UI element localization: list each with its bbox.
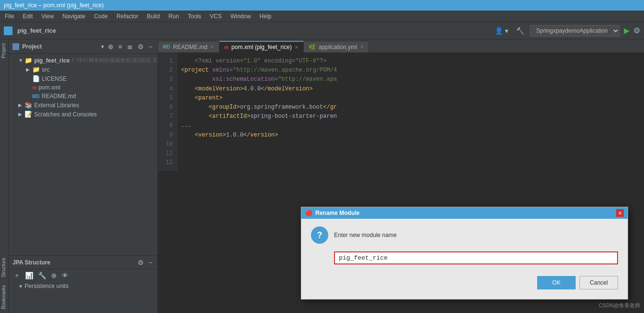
watermark: CSDN@鱼香老师: [599, 302, 640, 309]
bottom-panel-header: JPA Structure ⚙ −: [9, 256, 157, 269]
menu-bar: File Edit View Navigate Code Refactor Bu…: [0, 11, 644, 22]
menu-navigate[interactable]: Navigate: [60, 12, 88, 21]
jpa-settings-button[interactable]: ⚙: [137, 259, 145, 266]
sidebar-labels: Project Structure Bookmarks: [0, 39, 9, 313]
menu-code[interactable]: Code: [91, 12, 111, 21]
jpa-tool-button[interactable]: 🔧: [37, 272, 47, 279]
tab-pom[interactable]: m pom.xml (pig_feet_rice) ✕: [219, 41, 304, 52]
project-panel-header: Project ▾ ⊕ ≡ ≣ ⚙ −: [9, 39, 157, 54]
code-line-5: <parent>: [181, 94, 640, 103]
menu-window[interactable]: Window: [228, 12, 254, 21]
menu-edit[interactable]: Edit: [20, 12, 36, 21]
folder-icon-src: 📁: [32, 66, 40, 73]
menu-refactor[interactable]: Refactor: [114, 12, 141, 21]
tree-path-root: F:\学灯网录制的视频教程\第2阶段 实战课程\03: [72, 57, 157, 64]
project-panel-title: Project: [22, 43, 98, 50]
bottom-panel-toolbar: ＋ 📊 🔧 ⊕ 👁: [9, 269, 157, 282]
jpa-chart-button[interactable]: 📊: [24, 272, 34, 279]
tab-readme[interactable]: MD README.md ✕: [158, 41, 219, 52]
run-button[interactable]: ▶: [624, 26, 630, 35]
menu-build[interactable]: Build: [144, 12, 163, 21]
tab-readme-close[interactable]: ✕: [210, 44, 214, 50]
build-button[interactable]: 🔨: [514, 26, 526, 36]
tree-item-license[interactable]: ▶ 📄 LICENSE: [9, 74, 157, 83]
panel-hide-button[interactable]: −: [148, 43, 154, 50]
tab-yml[interactable]: 🌿 application.yml ✕: [304, 41, 369, 52]
tree-item-src[interactable]: ▶ 📁 src: [9, 65, 157, 74]
code-line-12: <version>1.0.0</version>: [181, 131, 640, 140]
code-line-7: <artifactId>spring-boot-starter-paren: [181, 112, 640, 121]
tree-arrow-ext-libs: ▶: [18, 102, 23, 108]
toolbar: pig_feet_rice 👤 ▾ 🔨 SpringxpaydemoApplic…: [0, 22, 644, 39]
code-line-4: <modelVersion>4.0.0</modelVersion>: [181, 85, 640, 94]
tree-arrow-scratches: ▶: [18, 112, 23, 117]
tab-pom-close[interactable]: ✕: [295, 45, 298, 50]
rename-dialog-titlebar: 🔴 Rename Module ✕: [301, 207, 628, 219]
tab-readme-label: README.md: [173, 44, 207, 50]
menu-run[interactable]: Run: [166, 12, 182, 21]
rename-module-input[interactable]: [334, 251, 618, 264]
rename-dialog-body: ? Enter new module name OK Cancel: [301, 219, 628, 299]
tree-item-external-libs[interactable]: ▶ 📚 External Libraries: [9, 100, 157, 110]
rename-dialog-title: Rename Module: [315, 210, 613, 216]
expand-all-button[interactable]: ≣: [126, 43, 134, 50]
menu-file[interactable]: File: [2, 12, 17, 21]
tree-label-license: LICENSE: [42, 75, 66, 82]
tree-item-root[interactable]: ▼ 📁 pig_feet_rice F:\学灯网录制的视频教程\第2阶段 实战课…: [9, 56, 157, 65]
menu-view[interactable]: View: [39, 12, 57, 21]
panel-settings-button[interactable]: ⚙: [137, 43, 145, 50]
rename-dialog-question-row: ? Enter new module name: [311, 226, 618, 244]
jpa-target-button[interactable]: ⊕: [50, 272, 58, 279]
code-line-8: ...: [181, 121, 640, 130]
tab-yml-icon: 🌿: [309, 44, 316, 50]
menu-help[interactable]: Help: [257, 12, 274, 21]
project-tree: ▼ 📁 pig_feet_rice F:\学灯网录制的视频教程\第2阶段 实战课…: [9, 54, 157, 255]
folder-icon-root: 📁: [25, 57, 32, 64]
tree-item-pom[interactable]: ▶ m pom.xml: [9, 83, 157, 92]
project-panel-icon: [13, 43, 19, 50]
run-config-select[interactable]: SpringxpaydemoApplication: [530, 25, 620, 37]
tree-item-scratches[interactable]: ▶ 📝 Scratches and Consoles: [9, 110, 157, 119]
rename-cancel-button[interactable]: Cancel: [580, 276, 618, 289]
rename-dialog-app-icon: 🔴: [305, 210, 312, 216]
rename-ok-button[interactable]: OK: [537, 276, 576, 289]
tree-label-readme: README.md: [42, 93, 76, 100]
user-button[interactable]: 👤 ▾: [493, 26, 510, 36]
jpa-eye-button[interactable]: 👁: [61, 272, 69, 279]
menu-tools[interactable]: Tools: [185, 12, 204, 21]
rename-question-icon: ?: [311, 226, 328, 244]
tab-yml-close[interactable]: ✕: [360, 44, 364, 50]
tree-item-readme[interactable]: ▶ MD README.md: [9, 92, 157, 100]
tree-arrow-root: ▼: [18, 58, 23, 63]
sidebar-label-structure[interactable]: Structure: [0, 254, 8, 281]
sidebar-label-project[interactable]: Project: [0, 39, 8, 62]
code-line-1: <?xml version="1.0" encoding="UTF-8"?>: [181, 57, 640, 66]
title-bar: pig_feet_rice – pom.xml (pig_feet_rice): [0, 0, 644, 11]
tree-label-src: src: [42, 66, 50, 73]
tab-pom-label: pom.xml (pig_feet_rice): [232, 44, 292, 50]
code-line-6: <groupId>org.springframework.boot</gr: [181, 103, 640, 112]
settings-button[interactable]: ⚙: [633, 26, 640, 35]
tab-yml-label: application.yml: [319, 44, 357, 50]
file-icon-license: 📄: [32, 75, 40, 82]
code-line-3: xsi:schemaLocation="http://maven.apa: [181, 75, 640, 84]
tab-bar: MD README.md ✕ m pom.xml (pig_feet_rice)…: [158, 39, 644, 53]
add-content-root-button[interactable]: ⊕: [107, 43, 115, 50]
persistence-units-item[interactable]: ▼ Persistence units: [9, 282, 157, 290]
rename-input-wrapper: [334, 251, 618, 264]
rename-dialog-close-button[interactable]: ✕: [616, 209, 624, 217]
code-line-2: <project xmlns="http://maven.apache.org/…: [181, 66, 640, 75]
bottom-panel: JPA Structure ⚙ − ＋ 📊 🔧 ⊕ 👁 ▼ Persistenc…: [9, 255, 157, 313]
menu-vcs[interactable]: VCS: [207, 12, 225, 21]
project-icon: [4, 26, 13, 35]
tree-label-persistence: Persistence units: [25, 283, 68, 289]
rename-dialog: 🔴 Rename Module ✕ ? Enter new module nam…: [301, 207, 628, 300]
code-text-area: <?xml version="1.0" encoding="UTF-8"?> <…: [177, 53, 644, 171]
collapse-all-button[interactable]: ≡: [117, 43, 123, 50]
tree-label-pom: pom.xml: [39, 84, 60, 91]
jpa-add-button[interactable]: ＋: [13, 271, 21, 280]
sidebar-label-bookmarks[interactable]: Bookmarks: [0, 281, 8, 313]
rename-dialog-label: Enter new module name: [334, 232, 397, 238]
toolbar-right: 👤 ▾ 🔨 SpringxpaydemoApplication ▶ ⚙: [493, 25, 640, 37]
jpa-hide-button[interactable]: −: [148, 259, 154, 266]
